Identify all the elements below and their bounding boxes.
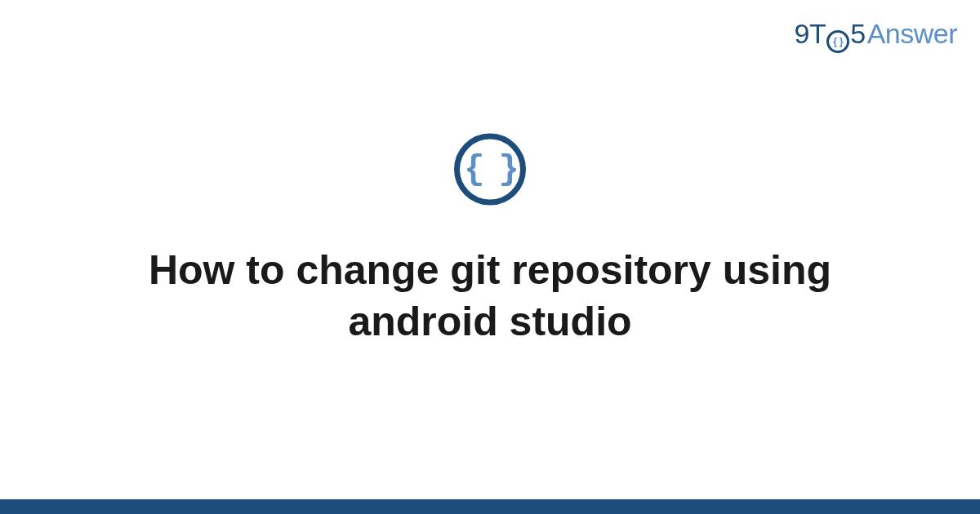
logo-o-icon: { } [826, 30, 849, 53]
main-content: { } How to change git repository using a… [0, 134, 980, 347]
footer-accent-bar [0, 499, 980, 514]
braces-glyph: { } [464, 153, 516, 187]
code-braces-icon: { } [454, 134, 526, 206]
logo-part-5: 5 [850, 18, 865, 50]
logo-part-9t: 9T [795, 18, 826, 50]
logo-o-ring: { } [826, 30, 849, 53]
page-title: How to change git repository using andro… [122, 245, 858, 347]
logo-text: 9T { } 5 Answer [795, 18, 957, 51]
logo-part-answer: Answer [867, 18, 957, 50]
logo-o-inner-braces: { } [833, 36, 843, 47]
site-logo: 9T { } 5 Answer [795, 18, 957, 51]
